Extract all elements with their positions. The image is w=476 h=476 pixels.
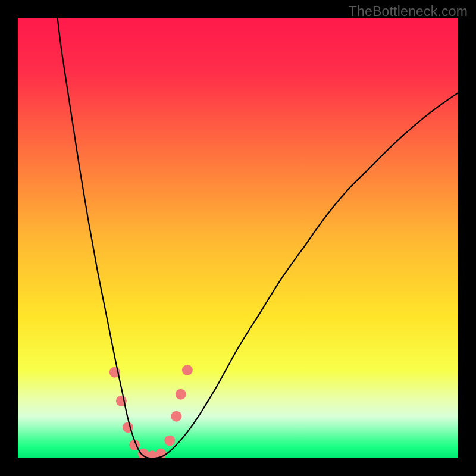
bottleneck-curve: [58, 18, 458, 458]
plot-area: [18, 18, 458, 458]
highlight-markers: [109, 365, 193, 458]
marker-dot: [171, 411, 181, 422]
chart-frame: TheBottleneck.com: [0, 0, 476, 476]
marker-dot: [182, 365, 193, 375]
marker-dot: [176, 389, 186, 400]
marker-dot: [164, 435, 175, 446]
curve-layer: [18, 18, 458, 458]
watermark-text: TheBottleneck.com: [349, 4, 468, 20]
